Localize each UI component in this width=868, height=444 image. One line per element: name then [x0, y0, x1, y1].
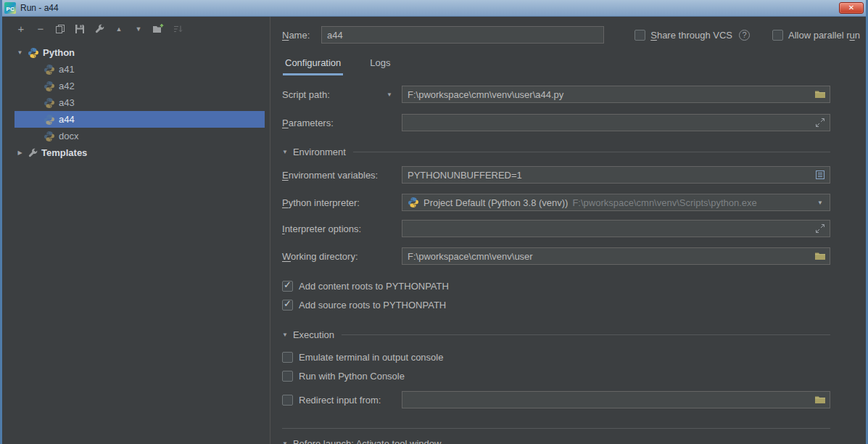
- close-button[interactable]: ✕: [839, 2, 864, 14]
- add-content-roots-checkbox[interactable]: [282, 281, 293, 292]
- browse-folder-icon[interactable]: [814, 89, 826, 100]
- environment-variables-field: [402, 166, 830, 184]
- interpreter-options-input[interactable]: [408, 221, 810, 237]
- run-with-python-console-label: Run with Python Console: [299, 371, 405, 382]
- python-interpreter-row: Python interpreter: Project Default (Pyt…: [282, 194, 830, 211]
- tree-item-label: Python: [43, 47, 75, 58]
- execution-section-header[interactable]: ▼ Execution: [282, 329, 830, 340]
- script-path-label: Script path:: [282, 89, 330, 100]
- configuration-form: Script path: ▼ Parameters:: [282, 86, 866, 408]
- emulate-terminal-checkbox[interactable]: [282, 352, 293, 363]
- combo-arrow-icon: ▼: [814, 200, 826, 206]
- configuration-editor: Name: Share through VCS ? Allow parallel…: [270, 17, 866, 444]
- allow-parallel-run-checkbox[interactable]: [772, 30, 783, 41]
- window-title: Run - a44: [20, 3, 59, 13]
- python-interpreter-combobox[interactable]: Project Default (Python 3.8 (venv)) F:\p…: [402, 194, 830, 211]
- tree-item-a43[interactable]: a43: [15, 94, 265, 111]
- tree-item-a44[interactable]: a44: [15, 111, 265, 128]
- collapse-arrow-icon[interactable]: ▼: [282, 332, 288, 338]
- help-icon[interactable]: ?: [739, 30, 750, 41]
- redirect-file-input[interactable]: [408, 392, 810, 408]
- emulate-terminal-label: Emulate terminal in output console: [299, 352, 443, 363]
- name-label: Name:: [282, 30, 314, 41]
- script-path-input[interactable]: [408, 86, 810, 102]
- configurations-panel: + − ▲ ▼ ▼ Python a41: [2, 17, 270, 444]
- tree-item-a41[interactable]: a41: [15, 61, 265, 78]
- expand-field-icon[interactable]: [814, 223, 826, 234]
- interpreter-path: F:\pworkspace\cmn\venv\Scripts\python.ex…: [572, 197, 810, 208]
- redirect-input-checkbox[interactable]: [282, 395, 293, 406]
- add-content-roots-row: Add content roots to PYTHONPATH: [282, 279, 830, 293]
- working-directory-input[interactable]: [408, 248, 810, 264]
- execution-section-label: Execution: [293, 329, 334, 340]
- environment-variables-input[interactable]: [408, 167, 810, 183]
- python-script-icon: [44, 114, 55, 126]
- allow-parallel-run-label: Allow parallel run: [788, 30, 860, 41]
- parameters-input[interactable]: [408, 115, 810, 131]
- python-script-icon: [44, 131, 55, 142]
- redirect-input-field: [402, 391, 830, 408]
- tab-logs[interactable]: Logs: [368, 54, 392, 75]
- save-configuration-icon[interactable]: [74, 23, 86, 35]
- move-down-icon[interactable]: ▼: [133, 23, 144, 35]
- browse-folder-icon[interactable]: [814, 250, 826, 262]
- collapse-arrow-icon[interactable]: ▼: [282, 149, 288, 155]
- working-directory-row: Working directory:: [282, 247, 830, 265]
- tree-item-label: a41: [59, 64, 75, 75]
- python-interpreter-label: Python interpreter:: [282, 197, 360, 208]
- run-configurations-window: Run - a44 ✕ + − ▲ ▼ ▼ Python: [0, 0, 868, 444]
- python-script-icon: [44, 81, 55, 92]
- browse-folder-icon[interactable]: [814, 394, 826, 406]
- tree-item-label: a43: [59, 97, 75, 108]
- add-configuration-icon[interactable]: +: [15, 23, 27, 35]
- wrench-icon: [28, 148, 38, 158]
- tree-item-a42[interactable]: a42: [15, 78, 265, 94]
- target-type-chevron-icon[interactable]: ▼: [387, 91, 392, 98]
- python-icon: [408, 197, 419, 208]
- collapsed-arrow-icon[interactable]: ▶: [16, 149, 24, 156]
- collapse-arrow-icon[interactable]: ▼: [282, 440, 288, 444]
- move-up-icon[interactable]: ▲: [113, 23, 125, 35]
- parameters-field: [402, 114, 830, 131]
- tree-item-docx[interactable]: docx: [15, 128, 265, 144]
- environment-section-label: Environment: [293, 147, 346, 157]
- vcs-options: Share through VCS ? Allow parallel run: [635, 30, 860, 41]
- section-divider: [342, 334, 830, 335]
- interpreter-options-row: Interpreter options:: [282, 220, 830, 237]
- titlebar[interactable]: Run - a44 ✕: [0, 0, 868, 17]
- add-source-roots-row: Add source roots to PYTHONPATH: [282, 298, 830, 312]
- python-icon: [28, 47, 39, 59]
- name-input[interactable]: [321, 26, 604, 44]
- browse-variables-icon[interactable]: [814, 169, 826, 181]
- config-tabs: Configuration Logs: [282, 54, 866, 75]
- name-row: Name: Share through VCS ? Allow parallel…: [282, 26, 866, 44]
- environment-variables-label: Environment variables:: [282, 170, 378, 181]
- share-vcs-checkbox[interactable]: [635, 30, 645, 41]
- sort-configurations-icon[interactable]: [172, 23, 183, 35]
- tree-item-python-group[interactable]: ▼ Python: [15, 44, 265, 61]
- before-launch-section[interactable]: ▼ Before launch: Activate tool window: [282, 428, 830, 444]
- expand-arrow-icon[interactable]: ▼: [16, 49, 24, 56]
- environment-variables-row: Environment variables:: [282, 166, 830, 184]
- before-launch-label: Before launch: Activate tool window: [293, 438, 442, 444]
- tree-item-label: a44: [59, 114, 75, 125]
- dialog-body: + − ▲ ▼ ▼ Python a41: [2, 17, 866, 444]
- run-config-tree: ▼ Python a41 a42 a43 a4: [15, 44, 265, 161]
- tab-configuration[interactable]: Configuration: [283, 54, 343, 75]
- expand-field-icon[interactable]: [814, 117, 826, 128]
- run-with-python-console-row: Run with Python Console: [282, 369, 830, 383]
- interpreter-options-label: Interpreter options:: [282, 223, 361, 234]
- copy-configuration-icon[interactable]: [54, 23, 66, 35]
- script-path-field: [402, 86, 830, 103]
- edit-templates-icon[interactable]: [94, 23, 105, 35]
- remove-configuration-icon[interactable]: −: [35, 23, 46, 35]
- add-source-roots-label: Add source roots to PYTHONPATH: [299, 300, 446, 311]
- add-content-roots-label: Add content roots to PYTHONPATH: [299, 281, 449, 292]
- tree-item-templates[interactable]: ▶ Templates: [15, 144, 265, 161]
- add-source-roots-checkbox[interactable]: [282, 300, 293, 311]
- new-folder-icon[interactable]: [152, 23, 164, 35]
- environment-section-header[interactable]: ▼ Environment: [282, 147, 830, 157]
- interpreter-options-field: [402, 220, 830, 237]
- run-with-python-console-checkbox[interactable]: [282, 371, 293, 382]
- tree-item-label: Templates: [41, 147, 87, 158]
